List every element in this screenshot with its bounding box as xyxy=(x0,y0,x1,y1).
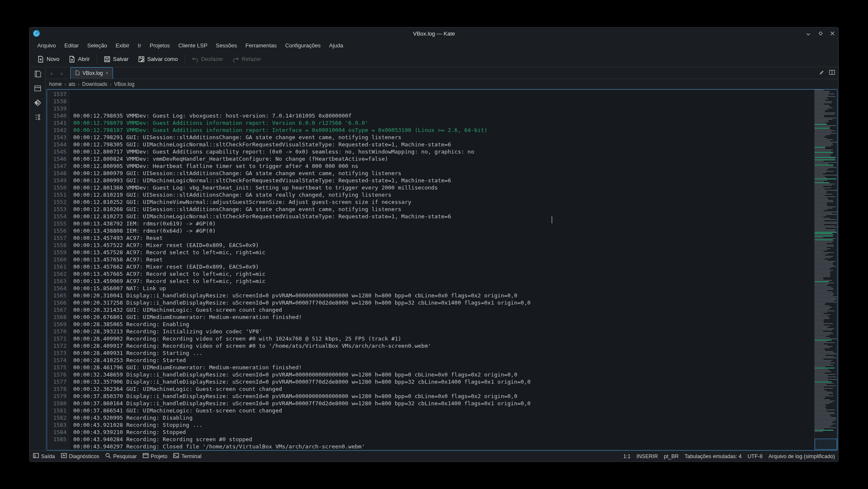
file-tab[interactable]: VBox.log × xyxy=(70,67,113,79)
menu-ir[interactable]: Ir xyxy=(135,41,145,50)
menu-editar[interactable]: Editar xyxy=(61,41,82,50)
save-as-label: Salvar como xyxy=(147,56,178,62)
output-panel-toggle[interactable]: Saída xyxy=(33,453,55,460)
symbols-panel-toggle[interactable] xyxy=(33,112,43,122)
chevron-right-icon: › xyxy=(78,81,80,87)
undo-icon xyxy=(192,56,199,63)
svg-rect-0 xyxy=(105,57,110,62)
statusbar: Saída Diagnósticos Pesquisar Projeto Ter… xyxy=(30,451,838,462)
code-area[interactable]: 00:00:12.798035 VMMDev: Guest Log: vboxg… xyxy=(70,90,814,450)
window-title: VBox.log — Kate xyxy=(30,30,838,37)
tab-width-indicator[interactable]: Tabulações emuladas: 4 xyxy=(685,453,742,459)
file-open-icon xyxy=(69,56,75,63)
insert-mode-indicator[interactable]: INSERIR xyxy=(636,453,658,459)
text-cursor xyxy=(552,216,552,223)
undo-button[interactable]: Desfazer xyxy=(188,54,227,65)
documents-panel-toggle[interactable] xyxy=(33,69,43,79)
open-button[interactable]: Abrir xyxy=(64,54,94,65)
diagnostics-panel-toggle[interactable]: Diagnósticos xyxy=(61,453,100,460)
breadcrumb-segment[interactable]: home xyxy=(49,81,62,87)
search-icon xyxy=(105,453,111,460)
diagnostics-icon xyxy=(61,453,67,460)
breadcrumb-segment[interactable]: ats xyxy=(69,81,75,87)
breadcrumb: home›ats›Downloads›VBox.log xyxy=(46,79,838,89)
tab-filename: VBox.log xyxy=(83,70,103,76)
git-panel-toggle[interactable] xyxy=(33,98,43,108)
file-icon xyxy=(75,70,80,77)
menu-configura-es[interactable]: Configurações xyxy=(282,41,324,50)
terminal-panel-toggle[interactable]: Terminal xyxy=(173,453,201,460)
redo-icon xyxy=(232,56,239,63)
undo-label: Desfazer xyxy=(201,56,223,62)
toolbar-separator xyxy=(97,55,97,64)
menu-sess-es[interactable]: Sessões xyxy=(213,41,240,50)
minimap-viewport[interactable] xyxy=(815,439,837,450)
save-as-button[interactable]: Salvar como xyxy=(134,54,182,65)
svg-rect-9 xyxy=(143,453,148,458)
nav-back-button[interactable]: ‹ xyxy=(47,69,56,77)
filesystem-panel-toggle[interactable] xyxy=(33,83,43,93)
save-as-icon xyxy=(138,56,145,63)
new-label: Novo xyxy=(47,56,59,62)
nav-forward-button[interactable]: › xyxy=(58,69,66,77)
pin-icon[interactable] xyxy=(819,69,825,77)
close-button[interactable] xyxy=(829,30,836,37)
chevron-right-icon: › xyxy=(110,81,111,87)
toolbar: Novo Abrir Salvar Salvar como Desfazer R… xyxy=(30,51,838,67)
save-icon xyxy=(104,56,111,63)
breadcrumb-segment[interactable]: VBox.log xyxy=(114,81,134,87)
menu-sele-o[interactable]: Seleção xyxy=(84,41,111,50)
new-button[interactable]: Novo xyxy=(33,54,64,65)
svg-point-4 xyxy=(38,118,40,120)
gutter: 1537153815391540154115421543154415451546… xyxy=(47,90,70,450)
save-label: Salvar xyxy=(113,56,129,62)
toolbar-separator xyxy=(185,55,185,64)
svg-rect-10 xyxy=(174,453,179,458)
svg-rect-2 xyxy=(35,86,41,91)
sidebar-strip xyxy=(30,67,46,451)
svg-point-3 xyxy=(38,115,40,116)
menu-ferramentas[interactable]: Ferramentas xyxy=(242,41,280,50)
menu-arquivo[interactable]: Arquivo xyxy=(34,41,59,50)
redo-button[interactable]: Refazer xyxy=(228,54,265,65)
app-icon xyxy=(33,30,40,37)
app-window: VBox.log — Kate ArquivoEditarSeleçãoExib… xyxy=(29,27,839,462)
project-icon xyxy=(143,453,149,460)
menu-ajuda[interactable]: Ajuda xyxy=(326,41,346,50)
maximize-button[interactable] xyxy=(817,30,824,37)
tab-bar: ‹ › VBox.log × xyxy=(46,67,838,79)
menu-projetos[interactable]: Projetos xyxy=(147,41,174,50)
terminal-icon xyxy=(173,453,179,460)
project-panel-toggle[interactable]: Projeto xyxy=(143,453,168,460)
search-panel-toggle[interactable]: Pesquisar xyxy=(105,453,137,460)
line-col-indicator[interactable]: 1:1 xyxy=(623,453,630,459)
titlebar: VBox.log — Kate xyxy=(30,27,838,39)
open-label: Abrir xyxy=(78,56,89,62)
output-icon xyxy=(33,453,39,460)
split-view-icon[interactable] xyxy=(829,69,835,77)
save-button[interactable]: Salvar xyxy=(100,54,133,65)
file-plus-icon xyxy=(37,56,44,63)
encoding-indicator[interactable]: UTF-8 xyxy=(748,453,763,459)
minimap[interactable] xyxy=(814,90,837,450)
editor[interactable]: 1537153815391540154115421543154415451546… xyxy=(47,89,838,451)
chevron-right-icon: › xyxy=(64,81,66,87)
redo-label: Refazer xyxy=(242,56,261,62)
svg-point-8 xyxy=(106,453,109,457)
menu-exibir[interactable]: Exibir xyxy=(112,41,133,50)
menu-cliente-lsp[interactable]: Cliente LSP xyxy=(175,41,211,50)
breadcrumb-segment[interactable]: Downloads xyxy=(82,81,107,87)
minimize-button[interactable] xyxy=(805,30,812,37)
tab-close-icon[interactable]: × xyxy=(105,70,108,76)
filetype-indicator[interactable]: Arquivo de log (simplificado) xyxy=(768,453,835,459)
menubar: ArquivoEditarSeleçãoExibirIrProjetosClie… xyxy=(30,39,838,51)
locale-indicator[interactable]: pt_BR xyxy=(664,453,679,459)
